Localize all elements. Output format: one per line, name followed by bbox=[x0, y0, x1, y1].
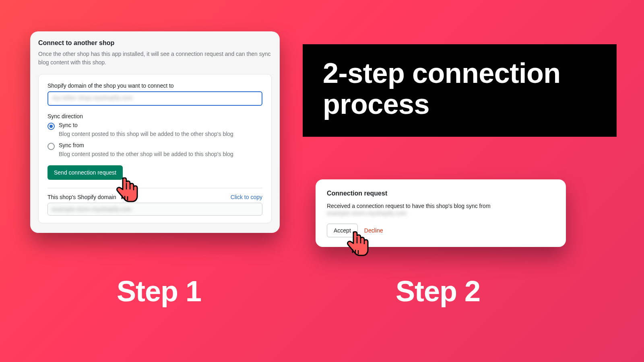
sync-from-desc: Blog content posted to the other shop wi… bbox=[59, 151, 262, 157]
headline-banner: 2-step connection process bbox=[303, 44, 617, 137]
sync-from-option[interactable]: Sync from bbox=[47, 142, 262, 150]
domain-field-label: Shopify domain of the shop you want to c… bbox=[47, 82, 262, 89]
decline-button[interactable]: Decline bbox=[364, 227, 383, 234]
send-request-button[interactable]: Send connection request bbox=[47, 165, 123, 180]
step1-label: Step 1 bbox=[117, 275, 201, 308]
request-message: Received a connection request to have th… bbox=[327, 203, 555, 209]
connect-title: Connect to another shop bbox=[38, 39, 272, 47]
request-card: Connection request Received a connection… bbox=[316, 179, 566, 247]
step2-label: Step 2 bbox=[396, 275, 480, 308]
request-from-value: example-store.myshopify.com bbox=[327, 210, 555, 216]
divider bbox=[47, 188, 262, 188]
sync-to-desc: Blog content posted to this shop will be… bbox=[59, 131, 262, 137]
sync-to-label: Sync to bbox=[59, 122, 78, 128]
sync-from-label: Sync from bbox=[59, 142, 84, 148]
sync-direction-label: Sync direction bbox=[47, 113, 262, 119]
request-title: Connection request bbox=[327, 190, 555, 197]
radio-icon bbox=[47, 123, 55, 130]
sync-to-option[interactable]: Sync to bbox=[47, 122, 262, 130]
radio-icon bbox=[47, 143, 55, 150]
this-domain-field[interactable]: example-store.myshopify.com bbox=[47, 203, 262, 216]
headline-line1: 2-step connection bbox=[323, 58, 597, 89]
this-domain-value: example-store.myshopify.com bbox=[52, 206, 132, 212]
domain-input-value: my-other-shop.myshopify.com bbox=[52, 95, 133, 101]
accept-button[interactable]: Accept bbox=[327, 224, 358, 237]
connect-form: Shopify domain of the shop you want to c… bbox=[38, 74, 272, 223]
copy-link[interactable]: Click to copy bbox=[231, 194, 262, 200]
connect-subtitle: Once the other shop has this app install… bbox=[38, 50, 272, 67]
headline-line2: process bbox=[323, 89, 597, 120]
this-domain-label: This shop's Shopify domain bbox=[47, 194, 116, 200]
connect-card: Connect to another shop Once the other s… bbox=[30, 31, 280, 233]
domain-input[interactable]: my-other-shop.myshopify.com bbox=[47, 91, 262, 106]
